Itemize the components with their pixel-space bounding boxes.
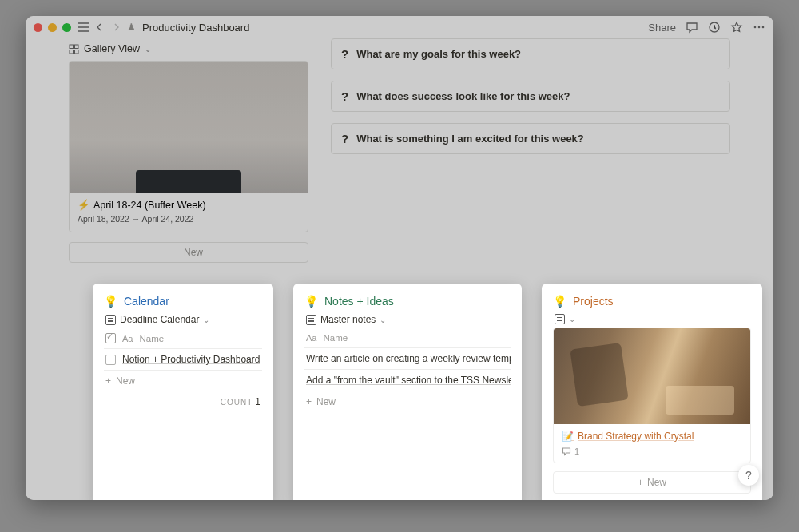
gallery-card[interactable]: ⚡ April 18-24 (Buffer Week) April 18, 20… xyxy=(69,61,308,232)
svg-rect-7 xyxy=(75,50,79,54)
bulb-icon: 💡 xyxy=(553,295,566,308)
table-icon xyxy=(306,315,316,325)
gallery-view-label: Gallery View xyxy=(84,43,140,54)
favorite-icon[interactable] xyxy=(730,21,743,34)
question-block-2[interactable]: ? What does success look like for this w… xyxy=(331,81,730,112)
name-column-header[interactable]: Aa Name xyxy=(104,328,262,349)
projects-view-selector[interactable]: ⌄ xyxy=(555,314,751,324)
gallery-card-cover xyxy=(70,62,308,193)
gallery-card-title: April 18-24 (Buffer Week) xyxy=(93,200,206,211)
plus-icon: + xyxy=(174,247,180,258)
calendar-title[interactable]: Calendar xyxy=(124,295,169,308)
nav-back-icon[interactable] xyxy=(95,22,105,32)
svg-point-3 xyxy=(762,26,765,29)
calendar-view-selector[interactable]: Deadline Calendar ⌄ xyxy=(105,314,262,325)
projects-new-button[interactable]: + New xyxy=(553,471,751,494)
checkbox-column-icon xyxy=(105,333,116,343)
window-traffic-lights[interactable] xyxy=(34,23,71,32)
text-property-icon: Aa xyxy=(122,334,133,343)
maximize-window-icon[interactable] xyxy=(62,23,71,32)
table-row[interactable]: Notion + Productivity Dashboard xyxy=(104,349,262,371)
help-fab[interactable]: ? xyxy=(738,465,759,486)
question-text: What are my goals for this week? xyxy=(356,48,521,60)
notes-view-selector[interactable]: Master notes ⌄ xyxy=(306,314,511,325)
svg-point-2 xyxy=(758,26,761,29)
comments-icon[interactable] xyxy=(686,21,698,34)
plus-icon: + xyxy=(638,477,643,488)
plus-icon: + xyxy=(306,396,312,407)
project-gallery-card[interactable]: 📝 Brand Strategy with Crystal 1 xyxy=(553,328,751,463)
text-property-icon: Aa xyxy=(306,333,316,343)
hamburger-icon[interactable] xyxy=(78,22,89,32)
table-icon xyxy=(105,315,116,325)
question-block-1[interactable]: ? What are my goals for this week? xyxy=(331,38,730,69)
updates-icon[interactable] xyxy=(708,21,721,34)
svg-point-1 xyxy=(754,26,757,29)
page-emoji-icon[interactable]: ♟ xyxy=(127,22,136,33)
close-window-icon[interactable] xyxy=(34,23,42,32)
notes-new-row[interactable]: + New xyxy=(304,391,511,412)
project-title: Brand Strategy with Crystal xyxy=(578,431,694,442)
projects-title[interactable]: Projects xyxy=(573,295,614,308)
project-cover xyxy=(554,328,750,424)
gallery-card-dates: April 18, 2022 → April 24, 2022 xyxy=(78,214,300,224)
svg-rect-4 xyxy=(70,45,74,49)
row-title[interactable]: Notion + Productivity Dashboard xyxy=(122,354,260,365)
share-button[interactable]: Share xyxy=(648,22,676,34)
table-row[interactable]: Add a "from the vault" section to the TS… xyxy=(304,370,511,391)
chevron-down-icon: ⌄ xyxy=(145,45,151,54)
calendar-new-row[interactable]: + New xyxy=(104,371,262,391)
question-mark-icon: ? xyxy=(341,89,348,103)
question-mark-icon: ? xyxy=(341,47,348,61)
plus-icon: + xyxy=(105,375,111,387)
comment-count: 1 xyxy=(574,447,579,456)
chevron-down-icon: ⌄ xyxy=(569,315,575,324)
minimize-window-icon[interactable] xyxy=(48,23,57,32)
svg-rect-5 xyxy=(75,45,79,49)
gallery-icon xyxy=(69,44,79,54)
memo-icon: 📝 xyxy=(562,431,574,442)
notes-card: 💡 Notes + Ideas Master notes ⌄ Aa Name W… xyxy=(293,284,522,500)
name-column-header[interactable]: Aa Name xyxy=(304,328,511,348)
question-text: What is something I am excited for this … xyxy=(356,133,584,145)
bulb-icon: 💡 xyxy=(104,295,117,308)
gallery-new-button[interactable]: + New xyxy=(69,242,308,263)
question-text: What does success look like for this wee… xyxy=(356,90,570,102)
count-footer: COUNT1 xyxy=(104,391,262,407)
comment-icon xyxy=(562,447,571,456)
gallery-view-selector[interactable]: Gallery View ⌄ xyxy=(69,38,308,61)
lightning-icon: ⚡ xyxy=(78,199,90,211)
question-block-3[interactable]: ? What is something I am excited for thi… xyxy=(331,123,730,154)
nav-forward-icon[interactable] xyxy=(111,22,121,32)
calendar-card: 💡 Calendar Deadline Calendar ⌄ Aa Name N… xyxy=(93,284,273,500)
question-mark-icon: ? xyxy=(341,132,348,145)
page-title[interactable]: Productivity Dashboard xyxy=(142,22,249,34)
chevron-down-icon: ⌄ xyxy=(380,316,386,324)
table-row[interactable]: Write an article on creating a weekly re… xyxy=(304,348,511,370)
bulb-icon: 💡 xyxy=(304,295,318,308)
projects-card: 💡 Projects ⌄ 📝 Brand Strategy with Cryst… xyxy=(542,284,762,500)
row-checkbox[interactable] xyxy=(105,355,116,365)
gallery-icon xyxy=(555,314,565,324)
chevron-down-icon: ⌄ xyxy=(203,316,209,324)
svg-rect-6 xyxy=(70,50,74,54)
notes-title[interactable]: Notes + Ideas xyxy=(324,295,394,308)
more-icon[interactable] xyxy=(753,21,765,34)
